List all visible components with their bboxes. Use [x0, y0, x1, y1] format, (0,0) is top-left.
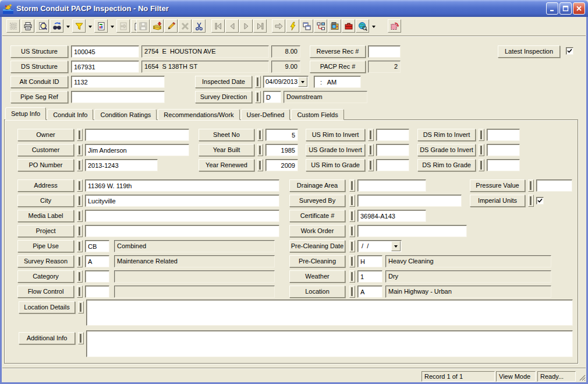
work-order-input[interactable]	[357, 225, 467, 237]
print-preview-button[interactable]	[36, 19, 49, 33]
pre-cleaning-button[interactable]: Pre-Cleaning	[289, 255, 345, 267]
filter-dropdown[interactable]	[87, 24, 93, 30]
sheet-no-button[interactable]: Sheet No	[199, 129, 254, 141]
delete-record-button[interactable]	[178, 19, 192, 33]
us-rim-to-grade-input[interactable]	[376, 159, 409, 171]
ds-structure-input[interactable]	[71, 61, 139, 73]
tab-custom-fields[interactable]: Custom Fields	[291, 109, 343, 120]
us-structure-input[interactable]	[71, 45, 139, 58]
us-grade-to-invert-input[interactable]	[376, 144, 409, 156]
surveyed-by-button[interactable]: Surveyed By	[289, 195, 345, 207]
year-built-button[interactable]: Year Built	[199, 144, 254, 156]
us-rim-to-grade-button[interactable]: US Rim to Grade	[306, 159, 365, 171]
ds-rim-to-grade-toggle[interactable]	[479, 159, 484, 171]
po-number-button[interactable]: PO Number	[17, 159, 74, 171]
owner-input[interactable]	[85, 129, 189, 141]
location-details-toggle[interactable]	[78, 301, 84, 313]
minimize-button[interactable]	[546, 2, 558, 15]
city-button[interactable]: City	[17, 195, 74, 207]
tab-conduit-info[interactable]: Conduit Info	[47, 109, 93, 120]
pre-cleaning-date-button[interactable]: Pre-Cleaning Date	[289, 240, 345, 252]
year-built-input[interactable]	[265, 144, 298, 156]
report-button[interactable]	[94, 19, 108, 33]
inspected-time-input[interactable]	[314, 76, 361, 88]
inspected-date-combo[interactable]: 04/09/2013	[263, 76, 309, 88]
work-order-button[interactable]: Work Order	[289, 225, 345, 237]
weather-code-input[interactable]	[357, 270, 382, 283]
survey-reason-toggle[interactable]	[77, 255, 83, 267]
survey-direction-toggle[interactable]	[255, 91, 261, 103]
pre-cleaning-date-dropdown[interactable]	[391, 241, 401, 251]
location-details-button[interactable]: Location Details	[19, 301, 75, 313]
reverse-rec-button[interactable]: Reverse Rec #	[310, 45, 366, 58]
certificate-button[interactable]: Certificate #	[289, 210, 345, 222]
flow-control-code-input[interactable]	[85, 286, 109, 298]
first-record-button[interactable]	[211, 19, 225, 33]
execute-button[interactable]	[286, 19, 299, 33]
certificate-input[interactable]	[357, 210, 426, 222]
additional-info-button[interactable]: Additional Info	[19, 332, 75, 344]
imperial-units-button[interactable]: Imperial Units	[470, 195, 525, 207]
imperial-units-toggle[interactable]	[528, 195, 534, 207]
pre-cleaning-code-input[interactable]	[357, 255, 382, 267]
owner-button[interactable]: Owner	[17, 129, 74, 141]
media-label-button[interactable]: Media Label	[17, 210, 74, 222]
pipe-use-button[interactable]: Pipe Use	[17, 240, 74, 252]
filter-button[interactable]	[72, 19, 86, 33]
print-button[interactable]	[21, 19, 34, 33]
us-rim-to-invert-input[interactable]	[376, 129, 409, 141]
year-built-toggle[interactable]	[257, 144, 263, 156]
us-rim-to-grade-toggle[interactable]	[368, 159, 374, 171]
survey-reason-code-input[interactable]	[85, 255, 109, 267]
ds-grade-to-invert-toggle[interactable]	[479, 144, 484, 156]
project-button[interactable]: Project	[17, 225, 74, 237]
additional-info-toggle[interactable]	[78, 332, 84, 344]
find-button[interactable]	[50, 19, 63, 33]
inspected-date-dropdown[interactable]	[298, 77, 307, 87]
city-toggle[interactable]	[77, 195, 83, 207]
city-input[interactable]	[85, 195, 279, 207]
survey-direction-button[interactable]: Survey Direction	[195, 91, 252, 103]
flow-control-toggle[interactable]	[77, 286, 83, 298]
surveyed-by-toggle[interactable]	[349, 195, 355, 207]
imperial-units-checkbox[interactable]	[536, 197, 544, 205]
us-rim-to-invert-button[interactable]: US Rim to Invert	[306, 129, 365, 141]
drainage-area-button[interactable]: Drainage Area	[289, 179, 345, 192]
drainage-area-toggle[interactable]	[349, 179, 355, 192]
ds-grade-to-invert-button[interactable]: DS Grade to Invert	[417, 144, 476, 156]
us-grade-to-invert-button[interactable]: US Grade to Invert	[306, 144, 365, 156]
add-record-button[interactable]	[150, 19, 164, 33]
pre-cleaning-toggle[interactable]	[349, 255, 355, 267]
tab-setup-info[interactable]: Setup Info	[5, 107, 46, 120]
inspected-date-button[interactable]: Inspected Date	[195, 76, 252, 88]
pressure-value-toggle[interactable]	[528, 179, 534, 192]
pipe-use-code-input[interactable]	[85, 240, 109, 252]
sheet-no-input[interactable]	[265, 129, 298, 141]
ds-grade-to-invert-input[interactable]	[487, 144, 520, 156]
go-to-button[interactable]	[272, 19, 285, 33]
surveyed-by-input[interactable]	[357, 195, 462, 207]
ds-rim-to-invert-input[interactable]	[487, 129, 520, 141]
year-renewed-button[interactable]: Year Renewed	[199, 159, 254, 171]
location-code-input[interactable]	[357, 286, 382, 298]
modules-button[interactable]	[300, 19, 313, 33]
location-details-textarea[interactable]	[86, 300, 573, 326]
tab-condition-ratings[interactable]: Condition Ratings	[94, 109, 157, 120]
us-rim-to-invert-toggle[interactable]	[368, 129, 374, 141]
weather-button[interactable]: Weather	[289, 270, 345, 283]
ds-rim-to-invert-button[interactable]: DS Rim to Invert	[417, 129, 476, 141]
save-button[interactable]	[136, 19, 150, 33]
pipe-seg-ref-button[interactable]: Pipe Seg Ref	[10, 91, 68, 103]
close-button[interactable]	[573, 2, 585, 15]
tab-user-defined[interactable]: User-Defined	[241, 109, 291, 120]
project-toggle[interactable]	[77, 225, 83, 237]
cut-button[interactable]	[192, 19, 206, 33]
ds-rim-to-grade-input[interactable]	[487, 159, 520, 171]
flow-control-button[interactable]: Flow Control	[17, 286, 74, 298]
ds-rim-to-invert-toggle[interactable]	[479, 129, 484, 141]
maximize-button[interactable]	[559, 2, 572, 15]
ds-rim-to-grade-button[interactable]: DS Rim to Grade	[417, 159, 476, 171]
po-number-input[interactable]	[85, 159, 158, 171]
web-map-dropdown[interactable]	[370, 24, 377, 30]
exit-button[interactable]	[388, 19, 401, 33]
